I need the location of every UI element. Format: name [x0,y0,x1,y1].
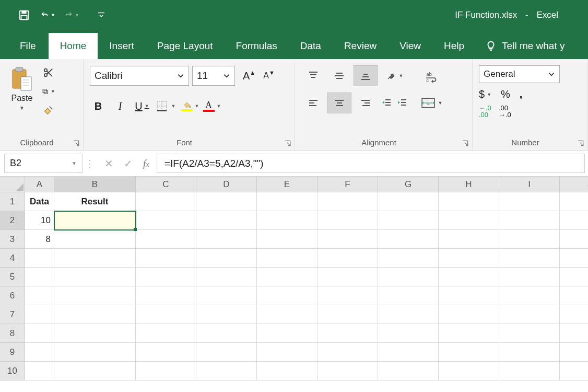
bold-button[interactable]: B [90,98,107,114]
wrap-text-button[interactable]: abc [418,66,445,87]
cell-J9[interactable] [560,343,588,362]
cell-J8[interactable] [560,324,588,343]
cell-A9[interactable] [25,343,54,362]
font-color-button[interactable]: A ▼ [204,98,220,114]
cell-C10[interactable] [136,362,196,381]
cell-H8[interactable] [439,324,499,343]
column-header-G[interactable]: G [378,177,439,192]
cell-F6[interactable] [317,286,378,305]
column-header-J[interactable]: J [560,177,588,192]
cell-G3[interactable] [378,230,439,249]
copy-button[interactable]: ▼ [42,85,55,98]
cell-B4[interactable] [54,249,136,268]
cell-I7[interactable] [499,305,560,324]
cell-A5[interactable] [25,268,54,286]
row-header-9[interactable]: 9 [0,343,25,362]
cell-C7[interactable] [136,305,196,324]
cell-D10[interactable] [196,362,257,381]
cell-H10[interactable] [439,362,499,381]
cell-I5[interactable] [499,268,560,286]
align-middle-button[interactable] [327,65,351,86]
cell-E5[interactable] [257,268,317,286]
cell-B6[interactable] [54,286,136,305]
cell-E2[interactable] [257,211,317,230]
cut-button[interactable] [42,66,55,79]
cell-C5[interactable] [136,268,196,286]
tab-review[interactable]: Review [333,33,388,59]
fill-color-button[interactable]: ▼ [182,98,198,114]
tab-page-layout[interactable]: Page Layout [146,33,225,59]
cell-B2[interactable] [54,211,136,230]
row-header-5[interactable]: 5 [0,268,25,286]
font-name-selector[interactable]: Calibri [90,66,189,86]
font-size-selector[interactable]: 11 [192,66,235,86]
cell-H3[interactable] [439,230,499,249]
cell-F4[interactable] [317,249,378,268]
alignment-dialog-launcher[interactable] [462,140,469,147]
cell-F7[interactable] [317,305,378,324]
insert-function-button[interactable]: fx [143,158,149,169]
tab-help[interactable]: Help [432,33,476,59]
tab-home[interactable]: Home [49,33,98,59]
cell-E8[interactable] [257,324,317,343]
name-box-dropdown-icon[interactable]: ▼ [72,160,77,166]
cell-G7[interactable] [378,305,439,324]
cell-A8[interactable] [25,324,54,343]
tab-formulas[interactable]: Formulas [225,33,289,59]
cell-F8[interactable] [317,324,378,343]
cell-B5[interactable] [54,268,136,286]
cell-G5[interactable] [378,268,439,286]
column-header-A[interactable]: A [25,177,54,192]
column-header-F[interactable]: F [317,177,378,192]
cell-B1[interactable]: Result [54,192,136,211]
cell-C8[interactable] [136,324,196,343]
cell-G8[interactable] [378,324,439,343]
increase-indent-button[interactable] [395,93,409,113]
cell-A7[interactable] [25,305,54,324]
cell-G1[interactable] [378,192,439,211]
cell-J1[interactable] [560,192,588,211]
cell-G10[interactable] [378,362,439,381]
row-header-1[interactable]: 1 [0,192,25,211]
cell-I9[interactable] [499,343,560,362]
align-top-button[interactable] [301,65,325,86]
row-header-7[interactable]: 7 [0,305,25,324]
tab-data[interactable]: Data [289,33,333,59]
paste-dropdown-icon[interactable]: ▼ [19,105,25,111]
row-header-4[interactable]: 4 [0,249,25,268]
cell-C6[interactable] [136,286,196,305]
cell-D3[interactable] [196,230,257,249]
tab-file[interactable]: File [13,33,49,59]
cell-E10[interactable] [257,362,317,381]
percent-format-button[interactable]: % [501,88,510,100]
row-header-6[interactable]: 6 [0,286,25,305]
fill-handle[interactable] [134,228,137,231]
customize-qat-icon[interactable] [94,8,109,22]
cell-F5[interactable] [317,268,378,286]
align-right-button[interactable] [354,93,378,113]
align-center-button[interactable] [327,93,351,113]
cell-G4[interactable] [378,249,439,268]
cell-B7[interactable] [54,305,136,324]
orientation-button[interactable]: ab▼ [380,65,409,86]
borders-button[interactable]: ▼ [156,98,177,114]
align-bottom-button[interactable] [354,65,378,86]
cell-E7[interactable] [257,305,317,324]
cell-G2[interactable] [378,211,439,230]
row-header-2[interactable]: 2 [0,211,25,230]
font-dialog-launcher[interactable] [284,140,291,147]
cell-H7[interactable] [439,305,499,324]
cell-A6[interactable] [25,286,54,305]
accounting-format-button[interactable]: $▼ [479,88,491,100]
cell-J7[interactable] [560,305,588,324]
number-dialog-launcher[interactable] [577,140,584,147]
italic-button[interactable]: I [112,98,128,114]
cell-G6[interactable] [378,286,439,305]
cell-H4[interactable] [439,249,499,268]
cell-E3[interactable] [257,230,317,249]
cell-I2[interactable] [499,211,560,230]
merge-center-button[interactable]: a ▼ [418,93,445,113]
cell-I3[interactable] [499,230,560,249]
formula-input[interactable]: =IF(A2/A3=5,A2/A3,"") [157,154,585,173]
cell-H1[interactable] [439,192,499,211]
